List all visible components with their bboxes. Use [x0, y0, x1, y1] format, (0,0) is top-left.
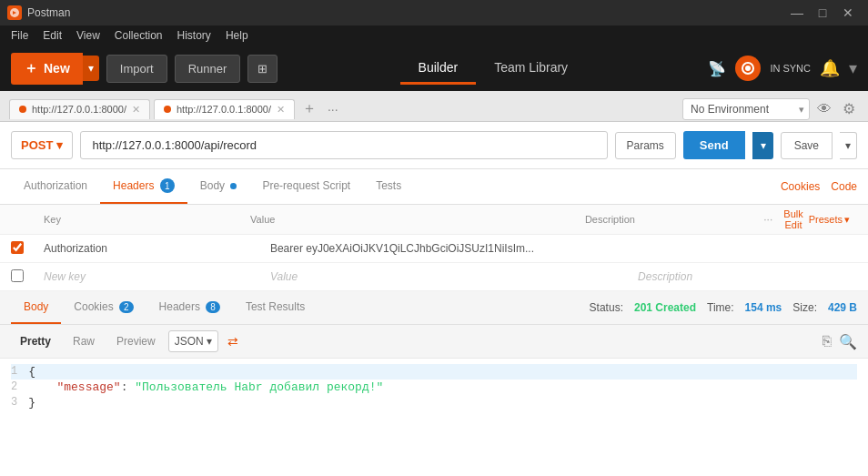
- copy-icon[interactable]: ⎘: [823, 333, 832, 350]
- json-format-select[interactable]: JSON ▾: [168, 330, 218, 352]
- toolbar: ＋ New ▾ Import Runner ⊞ Builder Team Lib…: [0, 46, 868, 91]
- minimize-button[interactable]: —: [784, 0, 810, 25]
- header-row-1: Authorization Bearer eyJ0eXAiOiJKV1QiLCJ…: [0, 235, 868, 263]
- header-desc-1: [631, 245, 857, 252]
- menu-file[interactable]: File: [4, 27, 35, 44]
- menubar: File Edit View Collection History Help: [0, 25, 868, 46]
- tab-close-1[interactable]: ✕: [132, 104, 140, 116]
- col-header-key: Key: [36, 208, 243, 230]
- bulk-edit-button[interactable]: Bulk Edit: [783, 208, 802, 230]
- status-label: Status:: [590, 301, 623, 314]
- toolbar-right: 📡 IN SYNC 🔔 ▾: [708, 56, 857, 81]
- close-button[interactable]: ✕: [835, 0, 861, 25]
- chevron-down-icon[interactable]: ▾: [849, 58, 857, 78]
- header-new-desc: Description: [631, 267, 857, 287]
- resp-tab-body[interactable]: Body: [11, 291, 61, 324]
- tab-headers[interactable]: Headers 1: [100, 169, 187, 204]
- brace-close: }: [28, 396, 35, 410]
- body-dot: [230, 183, 237, 189]
- import-button[interactable]: Import: [106, 55, 167, 83]
- app-title: Postman: [27, 6, 70, 19]
- resp-tab-test-results[interactable]: Test Results: [233, 291, 318, 324]
- antenna-icon[interactable]: 📡: [708, 60, 726, 77]
- presets-arrow: ▾: [844, 214, 850, 226]
- tabs-bar: http://127.0.0.1:8000/ ✕ http://127.0.0.…: [0, 91, 868, 122]
- header-checkbox-1[interactable]: [11, 241, 24, 254]
- header-new-checkbox[interactable]: [11, 269, 24, 282]
- save-arrow-button[interactable]: ▾: [840, 132, 857, 159]
- json-arrow: ▾: [207, 335, 212, 348]
- line-num-3: 3: [11, 396, 17, 410]
- params-button[interactable]: Params: [615, 132, 676, 159]
- menu-collection[interactable]: Collection: [107, 27, 170, 44]
- env-select-wrapper: No Environment: [682, 98, 810, 120]
- new-button-arrow[interactable]: ▾: [83, 56, 99, 81]
- tab-team-library[interactable]: Team Library: [476, 53, 586, 85]
- format-tab-preview[interactable]: Preview: [107, 330, 165, 352]
- menu-help[interactable]: Help: [218, 27, 256, 44]
- tab-close-2[interactable]: ✕: [277, 104, 285, 116]
- response-body: 1 { 2 "message" : "Пользователь Habr доб…: [0, 359, 868, 476]
- workspace-button[interactable]: ⊞: [247, 55, 278, 83]
- resp-tab-cookies[interactable]: Cookies 2: [61, 291, 146, 324]
- method-label: POST: [21, 138, 53, 152]
- search-response-icon[interactable]: 🔍: [839, 333, 857, 350]
- titlebar: Postman — □ ✕: [0, 0, 868, 25]
- tab-tests[interactable]: Tests: [363, 170, 414, 203]
- resp-tab-headers[interactable]: Headers 8: [146, 291, 233, 324]
- method-select[interactable]: POST ▾: [11, 131, 73, 159]
- response-area: Body Cookies 2 Headers 8 Test Results St…: [0, 291, 868, 476]
- size-value: 429 B: [828, 301, 857, 314]
- send-button[interactable]: Send: [683, 131, 745, 159]
- time-value: 154 ms: [745, 301, 782, 314]
- resp-headers-badge: 8: [206, 301, 220, 313]
- app-logo: [7, 5, 22, 20]
- format-icon[interactable]: ⇄: [227, 334, 238, 349]
- headers-badge: 1: [160, 178, 175, 193]
- cookies-link[interactable]: Cookies: [781, 180, 820, 193]
- menu-history[interactable]: History: [170, 27, 218, 44]
- tab-dot-2: [164, 106, 171, 113]
- response-tabs-bar: Body Cookies 2 Headers 8 Test Results St…: [0, 291, 868, 325]
- tab-builder[interactable]: Builder: [400, 53, 477, 85]
- col-actions: ··· Bulk Edit Presets ▾: [784, 208, 857, 230]
- send-arrow-button[interactable]: ▾: [752, 132, 773, 159]
- line-num-2: 2: [11, 380, 17, 394]
- new-button-label: New: [44, 61, 70, 76]
- menu-edit[interactable]: Edit: [35, 27, 69, 44]
- time-label: Time:: [707, 301, 734, 314]
- header-checkbox-cell-1: [11, 241, 36, 257]
- url-input[interactable]: [80, 131, 607, 159]
- url-tab-2[interactable]: http://127.0.0.1:8000/ ✕: [154, 99, 295, 119]
- add-tab-button[interactable]: ＋: [298, 99, 320, 118]
- response-content-bar: Pretty Raw Preview JSON ▾ ⇄ ⎘ 🔍: [0, 325, 868, 359]
- url-tab-1[interactable]: http://127.0.0.1:8000/ ✕: [9, 99, 150, 119]
- header-value-1: Bearer eyJ0eXAiOiJKV1QiLCJhbGciOiJSUzI1N…: [263, 238, 631, 258]
- environment-select[interactable]: No Environment: [682, 98, 810, 120]
- plus-icon: ＋: [24, 59, 38, 78]
- tab-pre-request-script[interactable]: Pre-request Script: [249, 170, 363, 203]
- new-button[interactable]: ＋ New: [11, 53, 83, 85]
- sync-text: IN SYNC: [770, 63, 811, 74]
- code-line-1: 1 {: [11, 364, 857, 380]
- env-eye-button[interactable]: 👁: [813, 97, 835, 121]
- tab-authorization[interactable]: Authorization: [11, 170, 100, 203]
- json-colon: :: [121, 380, 136, 394]
- header-new-row: New key Value Description: [0, 263, 868, 291]
- runner-button[interactable]: Runner: [175, 55, 241, 83]
- presets-button[interactable]: Presets ▾: [809, 214, 850, 226]
- maximize-button[interactable]: □: [810, 0, 835, 25]
- env-settings-button[interactable]: ⚙: [839, 96, 859, 121]
- titlebar-left: Postman: [7, 5, 70, 20]
- header-new-key: New key: [36, 267, 263, 287]
- code-link[interactable]: Code: [831, 180, 857, 193]
- format-tab-raw[interactable]: Raw: [64, 330, 104, 352]
- format-tab-pretty[interactable]: Pretty: [11, 330, 60, 352]
- code-line-3: 3 }: [11, 395, 857, 410]
- save-button[interactable]: Save: [781, 132, 833, 159]
- headers-table: Key Value Description ··· Bulk Edit Pres…: [0, 205, 868, 291]
- menu-view[interactable]: View: [69, 27, 107, 44]
- notification-icon[interactable]: 🔔: [820, 58, 840, 78]
- more-tabs-button[interactable]: ···: [324, 102, 342, 116]
- tab-body[interactable]: Body: [187, 170, 250, 203]
